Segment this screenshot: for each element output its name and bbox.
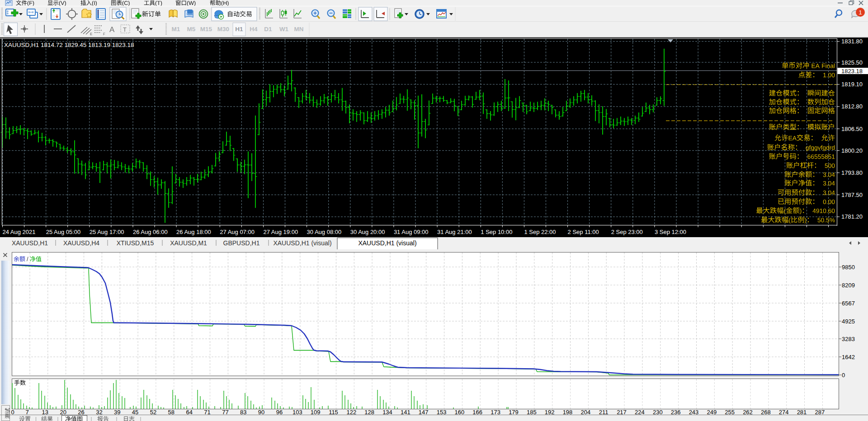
svg-text:9850: 9850 [842,264,855,271]
svg-text:103: 103 [292,409,302,416]
svg-text:217: 217 [617,409,627,416]
svg-text:1642: 1642 [842,354,855,360]
svg-text:160: 160 [455,409,465,416]
svg-text:30 Aug 08:00: 30 Aug 08:00 [307,229,342,235]
svg-text:147: 147 [419,409,429,416]
svg-text:4925: 4925 [842,318,855,325]
svg-text:243: 243 [689,409,699,416]
svg-text:27 Aug 07:00: 27 Aug 07:00 [220,229,255,235]
svg-text:153: 153 [437,409,447,416]
svg-text:32: 32 [96,409,102,416]
svg-text:1812.80: 1812.80 [841,103,863,110]
svg-text:26 Aug 18:00: 26 Aug 18:00 [176,229,211,235]
svg-text:287: 287 [815,409,825,416]
svg-text:H1: H1 [235,26,243,33]
svg-text:M30: M30 [217,26,229,33]
svg-text:2 Sep 23:00: 2 Sep 23:00 [611,229,643,235]
svg-text:7: 7 [25,409,28,416]
svg-text:192: 192 [545,409,555,416]
svg-text:236: 236 [671,409,681,416]
svg-text:H4: H4 [250,26,258,33]
svg-text:20: 20 [60,409,66,416]
svg-text:0: 0 [11,409,14,416]
svg-text:115: 115 [329,409,338,416]
svg-text:3 Sep 12:00: 3 Sep 12:00 [655,229,686,235]
svg-text:64: 64 [186,409,192,416]
svg-text:XAUUSD,H1 (visual): XAUUSD,H1 (visual) [358,239,416,247]
svg-text:1819.10: 1819.10 [841,81,863,88]
svg-text:122: 122 [346,409,356,416]
svg-text:262: 262 [743,409,753,416]
svg-text:141: 141 [401,409,410,416]
svg-text:77: 77 [222,409,228,416]
svg-text:D1: D1 [264,26,272,33]
svg-text:M5: M5 [187,26,196,33]
svg-text:281: 281 [797,409,807,416]
svg-text:1823.18: 1823.18 [841,68,863,75]
svg-text:58: 58 [168,409,175,416]
svg-text:24 Aug 2021: 24 Aug 2021 [3,229,36,235]
svg-text:6567: 6567 [842,300,855,307]
svg-text:MN: MN [294,26,304,33]
svg-text:30 Aug 20:00: 30 Aug 20:00 [350,229,385,235]
svg-text:8209: 8209 [842,282,855,289]
svg-text:1800.20: 1800.20 [841,147,863,154]
svg-text:39: 39 [114,409,120,416]
svg-text:45: 45 [132,409,138,416]
svg-text:XAUUSD,M1: XAUUSD,M1 [170,239,207,247]
svg-text:25 Aug 17:00: 25 Aug 17:00 [90,229,124,235]
svg-text:1781.20: 1781.20 [841,213,863,220]
svg-text:31 Aug 09:00: 31 Aug 09:00 [394,229,429,235]
svg-text:173: 173 [491,409,500,416]
svg-text:13: 13 [42,409,48,416]
svg-text:166: 166 [472,409,482,416]
svg-text:W1: W1 [279,26,289,33]
svg-text:1831.80: 1831.80 [841,38,863,45]
svg-text:52: 52 [150,409,156,416]
svg-text:3283: 3283 [842,336,855,342]
svg-text:1806.50: 1806.50 [841,126,863,132]
svg-text:26: 26 [78,409,84,416]
svg-text:71: 71 [204,409,210,416]
svg-text:XAUUSD,H1 (visual): XAUUSD,H1 (visual) [273,239,331,247]
svg-text:96: 96 [276,409,283,416]
svg-text:1: 1 [859,9,862,16]
svg-text:1793.80: 1793.80 [841,169,863,176]
svg-text:31 Aug 21:00: 31 Aug 21:00 [437,229,472,235]
svg-text:26 Aug 06:00: 26 Aug 06:00 [133,229,168,235]
svg-text:268: 268 [761,409,771,416]
svg-text:XTIUSD,M15: XTIUSD,M15 [117,239,154,247]
svg-text:M1: M1 [172,26,180,33]
svg-text:211: 211 [599,409,609,416]
svg-text:255: 255 [725,409,735,416]
svg-text:128: 128 [364,409,374,416]
svg-text:1787.50: 1787.50 [841,192,863,198]
svg-text:XAUUSD,H1: XAUUSD,H1 [12,239,48,247]
svg-text:134: 134 [382,409,392,416]
svg-text:274: 274 [779,409,789,416]
svg-text:109: 109 [311,409,321,416]
svg-text:M15: M15 [200,26,212,33]
svg-text:XAUUSD,H4: XAUUSD,H4 [63,239,99,247]
svg-text:249: 249 [707,409,717,416]
svg-text:GBPUSD,H1: GBPUSD,H1 [223,239,260,247]
svg-text:179: 179 [509,409,519,416]
svg-text:185: 185 [527,409,537,416]
svg-text:1 Sep 10:00: 1 Sep 10:00 [481,229,512,235]
svg-text:224: 224 [635,409,645,416]
svg-text:XAUUSD,H1 1814.72 1829.45 181: XAUUSD,H1 1814.72 1829.45 1813.19 1823.1… [4,42,134,48]
svg-text:1 Sep 22:00: 1 Sep 22:00 [524,229,556,235]
svg-text:25 Aug 05:00: 25 Aug 05:00 [46,229,81,235]
svg-text:198: 198 [563,409,573,416]
svg-text:2 Sep 11:00: 2 Sep 11:00 [568,229,599,235]
svg-text:230: 230 [653,409,663,416]
svg-text:0: 0 [842,372,845,379]
svg-text:1825.50: 1825.50 [841,59,863,66]
svg-text:90: 90 [258,409,264,416]
svg-text:204: 204 [581,409,591,416]
svg-text:83: 83 [240,409,246,416]
svg-text:27 Aug 19:00: 27 Aug 19:00 [264,229,298,235]
